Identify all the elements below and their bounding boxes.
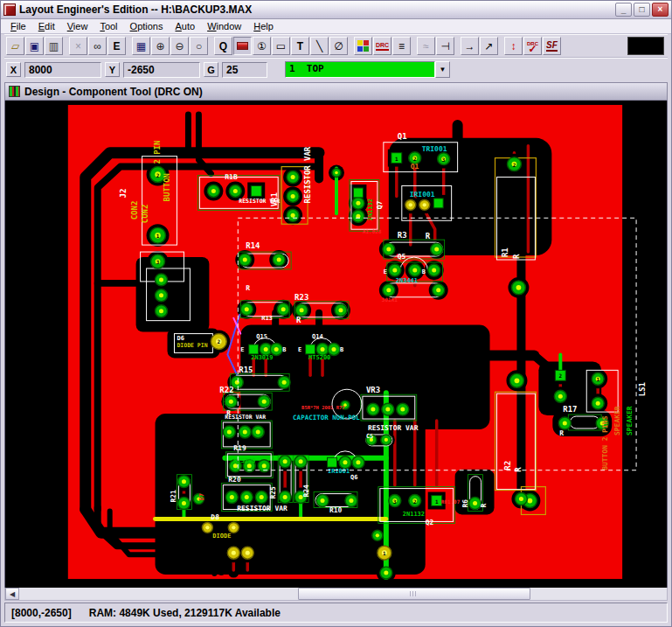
svg-text:2N1132: 2N1132 <box>403 511 425 518</box>
svg-text:R: R <box>559 429 564 437</box>
svg-text:R20: R20 <box>228 476 241 484</box>
query-icon: Q <box>219 40 227 52</box>
status-ram: RAM: 4849K Used, 2129117K Available <box>89 607 281 619</box>
sf-icon: SF <box>546 41 558 52</box>
toolbar-button-sf-mode[interactable]: SF <box>543 37 561 55</box>
toolbar-button-shove-track[interactable]: ⊣ <box>436 37 454 55</box>
layer-selected-value[interactable]: 1 TOP <box>285 61 435 78</box>
pcb-drawing[interactable]: 21312332121221J2CON2CON22 PINBUTTONRESIS… <box>5 101 667 588</box>
design-window-titlebar[interactable]: Design - Component Tool (DRC ON) <box>4 82 668 101</box>
svg-text:R17: R17 <box>563 405 577 414</box>
toolbar-button-zoom-all[interactable]: ○ <box>190 37 208 55</box>
toolbar-button-component-tool[interactable] <box>233 37 252 55</box>
toolbar-button-drc-check[interactable]: DRC✓ <box>523 37 542 55</box>
horizontal-scrollbar[interactable]: ◀ <box>4 588 668 601</box>
connection-tool-icon: ╲ <box>316 40 322 52</box>
svg-text:SPEAKER: SPEAKER <box>626 406 634 435</box>
toolbar-button-online-drc[interactable]: DRC <box>373 37 391 55</box>
menu-item-auto[interactable]: Auto <box>169 20 201 32</box>
menu-item-options[interactable]: Options <box>124 20 170 32</box>
menu-item-tool[interactable]: Tool <box>94 20 123 32</box>
toolbar-button-open[interactable]: ▱ <box>6 37 24 55</box>
toolbar-button-edit[interactable]: E <box>107 37 126 55</box>
svg-text:CON2: CON2 <box>130 201 139 220</box>
menu-bar: FileEditViewToolOptionsAutoWindowHelp <box>1 19 671 34</box>
svg-text:Q14: Q14 <box>312 333 323 340</box>
save-icon: ▣ <box>30 40 39 52</box>
svg-text:E: E <box>298 346 301 353</box>
svg-text:2: 2 <box>513 162 516 168</box>
svg-text:1: 1 <box>435 498 439 505</box>
svg-text:301R1: 301R1 <box>382 296 398 303</box>
scrollbar-thumb[interactable] <box>298 588 531 600</box>
y-coordinate-field[interactable]: -2650 <box>123 62 200 78</box>
toolbar-button-edit-segment[interactable]: ↗ <box>480 37 498 55</box>
menu-item-file[interactable]: File <box>4 20 32 32</box>
svg-text:R25: R25 <box>269 486 277 499</box>
toolbar-button-text-tool[interactable]: T <box>291 37 309 55</box>
toolbar-button-min-spacing[interactable]: ↕ <box>504 37 523 55</box>
pcb-canvas-area[interactable]: 21312332121221J2CON2CON22 PINBUTTONRESIS… <box>4 101 668 588</box>
svg-text:R14: R14 <box>246 241 260 250</box>
design-window-title: Design - Component Tool (DRC ON) <box>24 86 203 98</box>
toolbar-button-connection-tool[interactable]: ╲ <box>310 37 329 55</box>
drc-icon: DRC <box>376 42 389 51</box>
menu-item-view[interactable]: View <box>61 20 94 32</box>
grid-label: G <box>204 62 218 77</box>
svg-text:R: R <box>514 467 523 472</box>
svg-text:R6: R6 <box>461 499 469 508</box>
design-window-icon <box>9 86 20 97</box>
svg-text:LS1: LS1 <box>638 382 647 396</box>
title-bar[interactable]: Layout Engineer's Edition -- H:\BACKUP3.… <box>1 1 671 19</box>
close-button[interactable]: × <box>652 3 669 17</box>
toolbar-button-obstacle-tool[interactable]: ▭ <box>272 37 290 55</box>
svg-text:R10: R10 <box>329 506 343 514</box>
svg-text:Q6: Q6 <box>350 474 357 481</box>
grid-field[interactable]: 25 <box>222 62 267 78</box>
svg-text:IRI001: IRI001 <box>328 468 350 475</box>
menu-item-help[interactable]: Help <box>247 20 280 32</box>
color-swatches-icon <box>357 40 369 52</box>
x-coordinate-label: X <box>6 62 21 77</box>
toolbar-button-query[interactable]: Q <box>214 37 232 55</box>
component-list-icon: ≡ <box>398 40 405 52</box>
svg-text:RESISTOR VAR: RESISTOR VAR <box>225 414 266 421</box>
layer-combo[interactable]: 1 TOP ▼ <box>285 61 450 78</box>
y-coordinate-label: Y <box>105 62 120 77</box>
toolbar-button-save[interactable]: ▣ <box>25 37 44 55</box>
svg-text:R: R <box>512 254 521 259</box>
toolbar-button-error-tool[interactable]: ∅ <box>329 37 348 55</box>
scrollbar-track[interactable] <box>19 588 667 600</box>
svg-text:R1B: R1B <box>225 173 238 181</box>
scroll-left-icon[interactable]: ◀ <box>5 588 19 600</box>
toolbar-button-component-list[interactable]: ≡ <box>392 37 411 55</box>
minimize-button[interactable]: _ <box>615 3 632 17</box>
svg-text:RESISTOR VAR: RESISTOR VAR <box>237 505 288 512</box>
toolbar-button-library-manager[interactable]: ▥ <box>45 37 63 55</box>
maximize-button[interactable]: □ <box>634 3 650 17</box>
menu-item-window[interactable]: Window <box>201 20 247 32</box>
toolbar-button-spreadsheet[interactable]: ▦ <box>132 37 150 55</box>
svg-text:B: B <box>282 346 286 353</box>
toolbar-button-color-settings[interactable] <box>354 37 372 55</box>
menu-item-edit[interactable]: Edit <box>32 20 61 32</box>
toolbar-button-zoom-out[interactable]: ⊖ <box>170 37 189 55</box>
svg-text:R13: R13 <box>261 315 273 322</box>
svg-text:RESISTOR VAR: RESISTOR VAR <box>303 146 312 203</box>
svg-text:CON2: CON2 <box>141 205 149 224</box>
svg-text:Q1: Q1 <box>411 163 419 171</box>
status-bar: [8000,-2650] RAM: 4849K Used, 2129117K A… <box>4 603 668 623</box>
toolbar-button-reconnect[interactable]: ≈ <box>417 37 435 55</box>
toolbar-button-zoom-in[interactable]: ⊕ <box>151 37 170 55</box>
svg-text:R: R <box>296 316 301 324</box>
toolbar-button-pin-tool[interactable]: ① <box>253 37 271 55</box>
svg-text:BUTTON 2 PINS: BUTTON 2 PINS <box>601 415 609 470</box>
x-coordinate-field[interactable]: 8000 <box>24 62 101 78</box>
toolbar-button-auto-route[interactable]: → <box>461 37 479 55</box>
svg-text:1: 1 <box>596 376 599 382</box>
zoom-all-icon: ○ <box>196 40 202 52</box>
toolbar-button-delete[interactable]: × <box>69 37 87 55</box>
toolbar-button-find[interactable]: ∞ <box>88 37 107 55</box>
chevron-down-icon[interactable]: ▼ <box>435 61 450 78</box>
window-title: Layout Engineer's Edition -- H:\BACKUP3.… <box>19 3 612 16</box>
